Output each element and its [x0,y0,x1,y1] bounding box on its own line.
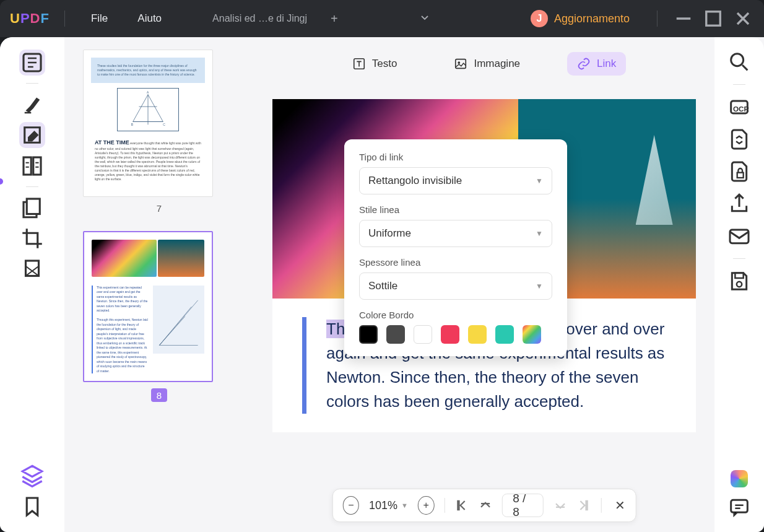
comment-icon[interactable] [727,495,752,520]
image-tool[interactable]: Immagine [444,52,530,76]
svg-text:A: A [147,91,149,94]
highlight-tool[interactable] [19,91,45,117]
svg-point-11 [458,61,461,64]
zoom-out-button[interactable]: − [343,496,359,515]
organize-tool[interactable] [19,153,45,179]
chevron-down-icon: ▼ [536,177,543,185]
svg-point-12 [731,54,744,66]
svg-rect-17 [735,273,743,278]
border-color-label: Colore Bordo [359,310,552,320]
right-sidebar: OCR [714,37,764,532]
color-yellow[interactable] [468,325,487,344]
menu-file[interactable]: File [80,9,119,28]
document-tab[interactable]: Analisi ed …e di Jingj [205,9,315,28]
save-icon[interactable] [727,269,752,294]
thumbnails-panel[interactable]: These studies laid the foundation for th… [64,37,254,532]
update-button[interactable]: J Aggiornamento [531,10,630,27]
zoom-value[interactable]: 101%▼ [369,499,408,512]
thumbnail-label: 7 [83,203,235,214]
svg-rect-3 [33,157,41,175]
svg-rect-15 [737,173,744,178]
next-page-button[interactable] [553,497,567,513]
reader-tool[interactable] [19,50,45,76]
svg-text:OCR: OCR [733,105,749,113]
first-page-button[interactable] [454,497,469,513]
chevron-down-icon: ▼ [536,229,543,238]
color-teal[interactable] [495,325,514,344]
zoom-in-button[interactable]: + [418,496,434,515]
text-icon [352,57,366,71]
color-swatches [359,325,552,344]
left-sidebar [0,37,64,532]
link-type-select[interactable]: Rettangolo invisibile▼ [359,167,552,194]
svg-point-18 [737,282,742,287]
svg-rect-0 [706,12,721,26]
menu-help[interactable]: Aiuto [126,9,173,28]
color-black[interactable] [359,325,378,344]
search-icon[interactable] [727,50,752,74]
window-minimize-icon[interactable] [672,7,695,30]
color-red[interactable] [441,325,459,344]
image-icon [454,57,467,71]
prev-page-button[interactable] [479,497,493,513]
pages-tool[interactable] [19,194,45,220]
svg-rect-19 [731,500,748,512]
divider [64,11,65,27]
svg-text:B: B [131,123,133,126]
link-properties-popup: Tipo di link Rettangolo invisibile▼ Stil… [344,139,567,356]
active-indicator [0,178,3,185]
watermark-tool[interactable] [19,256,45,282]
window-maximize-icon[interactable] [702,7,724,30]
color-white[interactable] [414,325,432,344]
divider [657,11,658,27]
tab-new-icon[interactable]: + [331,12,338,26]
svg-rect-4 [27,199,40,214]
line-style-select[interactable]: Uniforme▼ [359,220,552,247]
link-type-label: Tipo di link [359,152,552,162]
email-icon[interactable] [727,224,752,248]
link-tool[interactable]: Link [567,52,626,76]
color-rainbow[interactable] [523,325,541,344]
protect-icon[interactable] [727,159,752,184]
line-style-label: Stile linea [359,204,552,215]
edit-tool[interactable] [19,122,45,148]
update-label: Aggiornamento [554,12,630,25]
bookmark-tool[interactable] [19,494,45,520]
last-page-button[interactable] [577,497,591,513]
share-icon[interactable] [727,191,752,216]
thumbnail-page-7[interactable]: These studies laid the foundation for th… [83,50,213,197]
ocr-icon[interactable]: OCR [727,95,752,120]
app-logo: UPDF [10,11,50,27]
line-weight-label: Spessore linea [359,257,552,268]
window-close-icon[interactable] [732,7,754,30]
chevron-down-icon: ▼ [536,282,543,290]
titlebar: UPDF File Aiuto Analisi ed …e di Jingj +… [0,0,764,37]
svg-rect-2 [24,157,31,175]
crop-tool[interactable] [19,225,45,251]
color-darkgray[interactable] [386,325,405,344]
ai-assistant-icon[interactable] [731,470,748,487]
close-bar-button[interactable]: ✕ [615,498,625,513]
thumbnail-label-selected: 8 [151,388,167,402]
page-number-input[interactable]: 8 / 8 [502,494,543,517]
bottom-nav-bar: − 101%▼ + 8 / 8 ✕ [332,489,636,522]
convert-icon[interactable] [727,127,752,152]
text-tool[interactable]: Testo [342,52,407,76]
thumbnail-page-8[interactable]: This experiment can be repeated over and… [83,231,213,383]
line-weight-select[interactable]: Sottile▼ [359,273,552,300]
tab-dropdown-icon[interactable] [420,12,430,25]
diagram-placeholder: ABC [117,88,179,131]
edit-toolbar: Testo Immagine Link [254,47,714,81]
link-icon [577,57,591,71]
svg-rect-16 [730,230,749,243]
svg-text:C: C [163,123,165,126]
user-avatar: J [531,10,548,27]
layers-tool[interactable] [19,463,45,489]
